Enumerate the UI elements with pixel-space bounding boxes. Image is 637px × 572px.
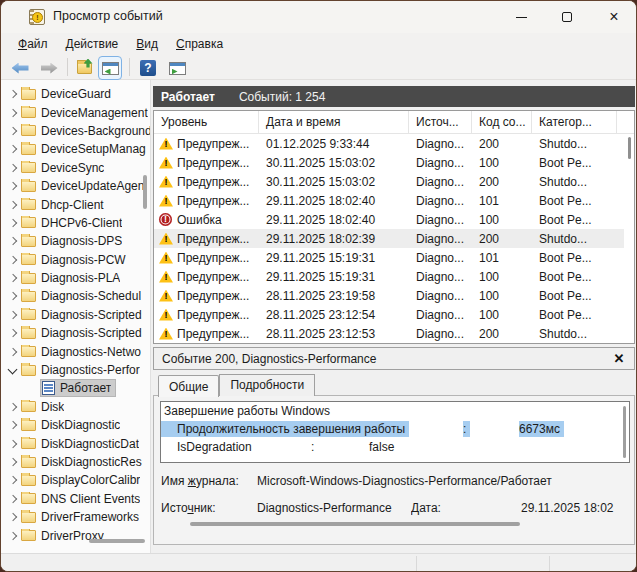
tree-item-diskdiagnostic[interactable]: DiskDiagnostic [1, 416, 151, 434]
chevron-right-icon[interactable] [5, 234, 21, 248]
chevron-right-icon[interactable] [5, 161, 21, 175]
chevron-right-icon[interactable] [5, 87, 21, 101]
chevron-right-icon[interactable] [5, 179, 21, 193]
event-row[interactable]: Предупреж...28.11.2025 23:12:53Diagno...… [154, 324, 624, 343]
tree-item-diskdiagnosticres[interactable]: DiskDiagnosticRes [1, 453, 151, 471]
chevron-right-icon[interactable] [5, 345, 21, 359]
event-row[interactable]: Предупреж...30.11.2025 15:03:02Diagno...… [154, 172, 624, 191]
chevron-right-icon[interactable] [5, 437, 21, 451]
tree-item-driverframeworks[interactable]: DriverFrameworks [1, 508, 151, 526]
menu-file[interactable]: Файл [9, 35, 57, 53]
event-row[interactable]: Ошибка29.11.2025 18:02:40Diagno...100Boo… [154, 210, 624, 229]
chevron-right-icon[interactable] [5, 418, 21, 432]
column-datetime[interactable]: Дата и время [259, 111, 409, 133]
chevron-right-icon[interactable] [5, 289, 21, 303]
help-button[interactable]: ? [138, 58, 158, 78]
column-event-code[interactable]: Код со... [472, 111, 532, 133]
preview-horizontal-scrollbar[interactable] [190, 522, 520, 526]
tree-item-dns-client-events[interactable]: DNS Client Events [1, 490, 151, 508]
tree-item-label: Diagnosis-DPS [41, 234, 122, 248]
event-row[interactable]: Предупреж...29.11.2025 18:02:40Diagno...… [154, 191, 624, 210]
tree-item-dhcp-client[interactable]: Dhcp-Client [1, 195, 151, 213]
tree-item-devices-background[interactable]: Devices-Background [1, 122, 151, 140]
event-row[interactable]: Предупреж...30.11.2025 15:03:02Diagno...… [154, 153, 624, 172]
chevron-right-icon[interactable] [5, 308, 21, 322]
chevron-right-icon[interactable] [5, 326, 21, 340]
tree-item-devicemanagement[interactable]: DeviceManagement [1, 103, 151, 121]
tree-item-label: Работает [60, 381, 111, 395]
tree-item-diagnosis-scripted[interactable]: Diagnosis-Scripted [1, 324, 151, 342]
event-row[interactable]: Предупреж...28.11.2025 23:12:54Diagno...… [154, 305, 624, 324]
tree-item-label: DeviceUpdateAgen [41, 179, 144, 193]
chevron-right-icon[interactable] [5, 455, 21, 469]
tree-item-dhcpv6-client[interactable]: DHCPv6-Client [1, 214, 151, 232]
level-text: Предупреж... [177, 156, 249, 170]
column-level[interactable]: Уровень [154, 111, 259, 133]
show-console-tree-button[interactable] [98, 56, 122, 80]
event-row[interactable]: Предупреж...01.12.2025 9:33:44Diagno...2… [154, 134, 624, 153]
chevron-right-icon[interactable] [5, 473, 21, 487]
chevron-right-icon[interactable] [5, 492, 21, 506]
events-count: Событий: 1 254 [239, 90, 325, 104]
description-line-selected[interactable]: Продолжительность завершения работы : 66… [161, 420, 629, 438]
chevron-right-icon[interactable] [5, 253, 21, 267]
chevron-right-icon[interactable] [5, 216, 21, 230]
chevron-down-icon[interactable] [5, 363, 21, 377]
tree-item-diagnosis-schedul[interactable]: Diagnosis-Schedul [1, 287, 151, 305]
menu-view[interactable]: Вид [127, 35, 167, 53]
column-source[interactable]: Источ... [409, 111, 472, 133]
tree-item-devicesetupmanag[interactable]: DeviceSetupManag [1, 140, 151, 158]
minimize-button[interactable] [499, 1, 543, 33]
tree-item-displaycolorcalibr[interactable]: DisplayColorCalibr [1, 471, 151, 489]
back-button[interactable] [10, 58, 30, 78]
menu-action[interactable]: Действие [57, 35, 128, 53]
preview-close-icon[interactable]: ✕ [610, 350, 628, 368]
tree-item-devicesync[interactable]: DeviceSync [1, 159, 151, 177]
close-button[interactable]: × [591, 1, 637, 33]
tab-general[interactable]: Общие [158, 375, 219, 397]
tree-horizontal-scrollbar[interactable] [89, 539, 145, 543]
list-vertical-scrollbar[interactable] [628, 137, 631, 159]
event-row[interactable]: Предупреж...29.11.2025 15:19:31Diagno...… [154, 248, 624, 267]
source-cell: Diagno... [409, 213, 472, 227]
forward-button[interactable] [39, 58, 59, 78]
toolbar-separator [129, 58, 130, 76]
tree-item-diagnostics-netwo[interactable]: Diagnostics-Netwo [1, 342, 151, 360]
event-row[interactable]: Предупреж...29.11.2025 18:02:39Diagno...… [154, 229, 624, 248]
tree-vertical-scrollbar[interactable] [143, 175, 147, 209]
tree-item-disk[interactable]: Disk [1, 398, 151, 416]
datetime-cell: 28.11.2025 23:19:58 [259, 289, 409, 303]
description-vertical-scrollbar[interactable] [623, 406, 626, 458]
column-category[interactable]: Категор... [532, 111, 617, 133]
tree-item-работает[interactable]: Работает [1, 379, 151, 397]
folder-icon [21, 107, 36, 118]
chevron-right-icon[interactable] [5, 400, 21, 414]
action-pane-button[interactable] [167, 58, 187, 78]
event-row[interactable]: Предупреж...29.11.2025 15:19:31Diagno...… [154, 267, 624, 286]
level-text: Предупреж... [177, 289, 249, 303]
chevron-right-icon[interactable] [5, 198, 21, 212]
tree-item-deviceupdateagen[interactable]: DeviceUpdateAgen [1, 177, 151, 195]
chevron-right-icon[interactable] [5, 529, 21, 543]
event-row[interactable]: Предупреж...28.11.2025 23:19:58Diagno...… [154, 286, 624, 305]
tree-item-diagnosis-pla[interactable]: Diagnosis-PLA [1, 269, 151, 287]
tree-item-diagnosis-dps[interactable]: Diagnosis-DPS [1, 232, 151, 250]
tree-item-diagnostics-perfor[interactable]: Diagnostics-Perfor [1, 361, 151, 379]
chevron-right-icon[interactable] [5, 142, 21, 156]
chevron-right-icon[interactable] [5, 106, 21, 120]
chevron-right-icon[interactable] [5, 510, 21, 524]
menu-help[interactable]: Справка [167, 35, 232, 53]
chevron-right-icon[interactable] [5, 124, 21, 138]
export-button[interactable] [74, 58, 94, 78]
tree-item-diskdiagnosticdat[interactable]: DiskDiagnosticDat [1, 434, 151, 452]
tree-item-diagnosis-pcw[interactable]: Diagnosis-PCW [1, 251, 151, 269]
maximize-button[interactable] [545, 1, 589, 33]
general-description-box[interactable]: Завершение работы Windows Продолжительно… [160, 401, 630, 463]
tab-details[interactable]: Подробности [219, 374, 315, 396]
source-label: Источник: [161, 501, 216, 515]
log-header-bar: Работает Событий: 1 254 [153, 86, 635, 107]
tree-item-diagnosis-scripted[interactable]: Diagnosis-Scripted [1, 306, 151, 324]
chevron-right-icon[interactable] [5, 271, 21, 285]
log-name-field: Имя журнала: Microsoft-Windows-Diagnosti… [161, 474, 239, 488]
tree-item-deviceguard[interactable]: DeviceGuard [1, 85, 151, 103]
